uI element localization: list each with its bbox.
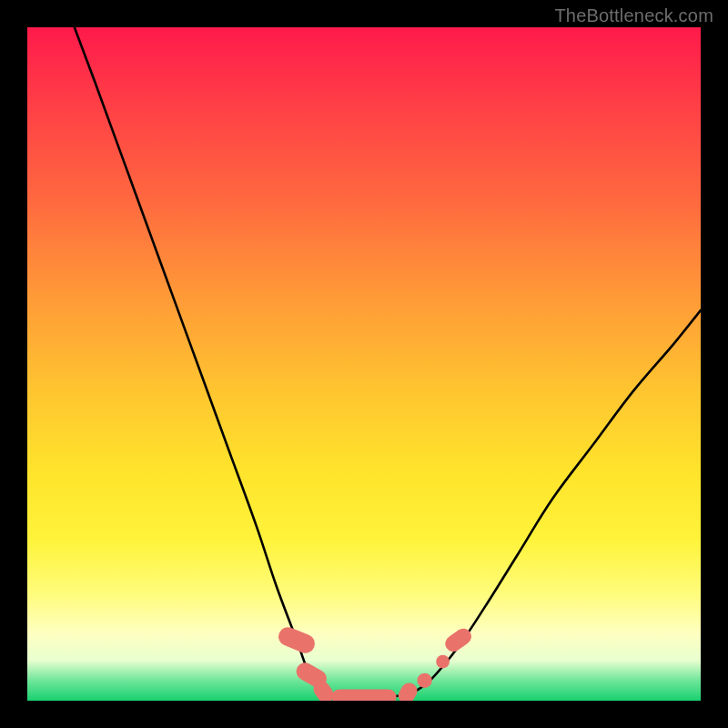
curve-marker xyxy=(395,680,420,701)
bottleneck-curve xyxy=(75,27,701,697)
curve-marker xyxy=(276,624,318,656)
curve-marker xyxy=(417,673,431,688)
curve-marker xyxy=(331,689,396,701)
chart-svg xyxy=(27,27,701,701)
chart-frame: TheBottleneck.com xyxy=(0,0,728,728)
curve-line xyxy=(75,27,701,697)
curve-marker xyxy=(436,655,450,669)
watermark-text: TheBottleneck.com xyxy=(554,5,713,26)
plot-area xyxy=(27,27,701,701)
